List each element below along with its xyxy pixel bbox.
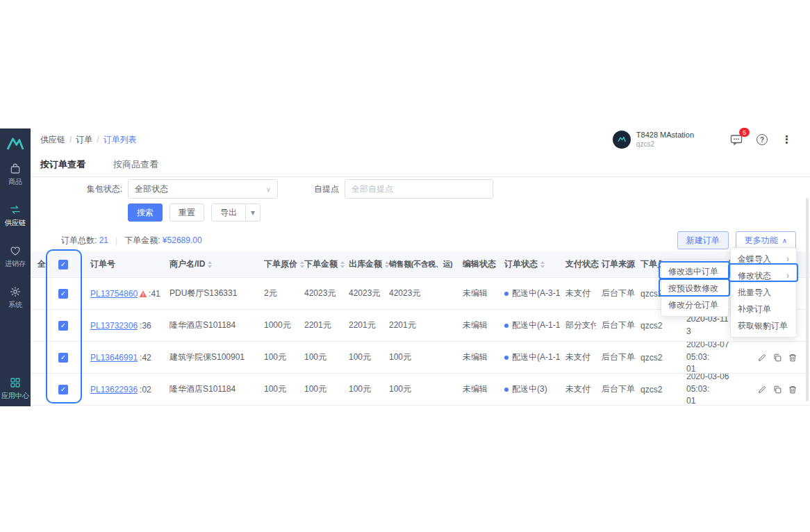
order-number-link[interactable]: PL13754860: [90, 289, 138, 299]
order-count-summary: 订单总数: 21: [61, 235, 108, 247]
order-no-cell: PL13646991:42: [86, 342, 164, 373]
order-amount-summary: 下单金额: ¥52689.00: [124, 235, 201, 247]
export-button[interactable]: 导出: [211, 203, 246, 222]
row-checkbox[interactable]: ✓: [58, 353, 68, 363]
search-button[interactable]: 搜索: [128, 203, 163, 222]
order-number-link[interactable]: PL13732306: [90, 321, 138, 331]
table-row-3: ✓PL13646991:42建筑学院倮S100901100元100元100元10…: [31, 342, 810, 374]
user-subname: qzcs2: [636, 140, 694, 149]
delete-icon[interactable]: [788, 353, 797, 363]
sidebar-nav: 商品供应链进销存系统应用中心: [0, 163, 31, 406]
tab-1[interactable]: 按订单查看: [40, 156, 85, 176]
submenu-item-1[interactable]: 修改选中订单: [661, 263, 728, 280]
package-status-label: 集包状态:: [40, 183, 122, 195]
col-header-order_source: 订单来源: [596, 251, 635, 277]
submenu-arrow-icon: ›: [786, 254, 789, 264]
pickup-point-input[interactable]: [345, 179, 493, 199]
sort-icon[interactable]: [208, 261, 212, 268]
edit-status-cell: 未编辑: [457, 278, 499, 309]
package-status-select[interactable]: 全部状态 ∨: [128, 179, 278, 199]
new-order-button[interactable]: 新建订单: [677, 231, 729, 249]
sidebar-item-1[interactable]: 商品: [8, 163, 22, 187]
summary-row: 订单总数: 21 | 下单金额: ¥52689.00 新建订单 更多功能 ∧: [31, 231, 810, 249]
breadcrumb-item-1[interactable]: 供应链: [40, 134, 65, 146]
select-all-checkbox[interactable]: ✓: [58, 260, 68, 269]
order-source-cell: 后台下单: [596, 374, 635, 405]
reset-button[interactable]: 重置: [170, 203, 204, 222]
row-checkbox[interactable]: ✓: [58, 289, 68, 299]
submenu-item-2[interactable]: 按预设数修改: [661, 280, 728, 297]
more-menu-item-5[interactable]: 获取银豹订单: [731, 317, 796, 334]
help-button[interactable]: ?: [757, 134, 768, 145]
export-dropdown-button[interactable]: ▾: [246, 203, 261, 222]
view-tabs: 按订单查看按商品查看: [31, 156, 810, 177]
breadcrumb-separator: /: [97, 135, 99, 144]
sort-icon[interactable]: [540, 261, 545, 268]
submenu-item-3[interactable]: 修改分仓订单: [661, 297, 728, 313]
row-checkbox[interactable]: ✓: [58, 385, 68, 394]
edit-status-cell: 未编辑: [457, 342, 499, 373]
sidebar-item-3[interactable]: 进销存: [5, 244, 26, 269]
filter-row: 集包状态: 全部状态 ∨ 自提点: [31, 179, 810, 199]
clerk-cell: qzcs2: [635, 374, 681, 405]
row-checkbox[interactable]: ✓: [58, 321, 68, 331]
breadcrumb: 供应链/订单/订单列表: [40, 134, 137, 146]
system-icon: [9, 285, 22, 298]
action-button-row: 搜索 重置 导出 ▾: [128, 203, 810, 222]
caret-down-icon: ▾: [251, 208, 255, 217]
edit-icon[interactable]: [757, 353, 767, 363]
sidebar-item-4[interactable]: 系统: [8, 285, 22, 310]
row-checkbox-cell: ✓: [31, 374, 86, 405]
breadcrumb-item-3[interactable]: 订单列表: [104, 134, 137, 146]
edit-status-cell: 未编辑: [457, 374, 499, 405]
outbound-amount-cell: 2201元: [343, 310, 383, 341]
order-amount-cell: 100元: [299, 342, 343, 373]
original-price-cell: 2元: [258, 278, 299, 309]
time-fragment: :02: [140, 385, 151, 394]
more-menu-item-3[interactable]: 批量导入: [731, 284, 796, 301]
delete-icon[interactable]: [788, 385, 797, 394]
sidebar-item-2[interactable]: 供应链: [5, 203, 26, 228]
col-header-original_price[interactable]: 下单原价: [258, 251, 299, 277]
time-fragment: :41: [149, 289, 160, 299]
original-price-cell: 1000元: [258, 310, 299, 341]
order-amount-cell: 100元: [299, 374, 343, 405]
order-number-link[interactable]: PL13622936: [90, 385, 138, 394]
more-options-button[interactable]: ⋮: [782, 133, 792, 146]
order-status-cell: 配送中(A-3-1): [499, 278, 560, 309]
messages-button[interactable]: 5: [730, 133, 743, 146]
col-header-outbound_amount[interactable]: 出库金额: [343, 251, 383, 277]
question-mark-icon: ?: [757, 134, 768, 145]
col-header-order_status[interactable]: 订单状态: [499, 251, 560, 277]
vertical-scrollbar[interactable]: [806, 198, 809, 401]
order-number-link[interactable]: PL13646991: [90, 353, 138, 363]
more-menu-item-2[interactable]: 修改状态›: [731, 267, 796, 284]
more-menu-item-1[interactable]: 金蝶导入›: [731, 251, 796, 267]
user-account[interactable]: T8428 MAstation qzcs2: [613, 131, 694, 149]
col-header-order_amount[interactable]: 下单金额: [299, 251, 343, 277]
breadcrumb-separator: /: [69, 135, 72, 144]
more-menu-item-4[interactable]: 补录订单: [731, 301, 796, 317]
col-header-merchant[interactable]: 商户名/ID: [164, 251, 258, 277]
pay-status-cell: 部分支付: [560, 310, 596, 341]
table-row-4: ✓PL13622936:02隆华酒店S101184100元100元100元100…: [31, 374, 810, 406]
breadcrumb-item-2[interactable]: 订单: [76, 134, 92, 146]
copy-icon[interactable]: [772, 353, 782, 363]
tab-2[interactable]: 按商品查看: [113, 156, 158, 176]
sales-amount-cell: 2201元: [383, 310, 457, 341]
row-actions-cell: [752, 342, 810, 373]
order-source-cell: 后台下单: [596, 310, 635, 341]
pay-status-cell: 未支付: [560, 374, 596, 405]
order-amount-cell: 2201元: [299, 310, 343, 341]
app-window: 商品供应链进销存系统应用中心 供应链/订单/订单列表 T8428 MAstati…: [0, 128, 810, 406]
pay-status-cell: 未支付: [560, 342, 596, 373]
order-amount-value: ¥52689.00: [163, 235, 202, 245]
copy-icon[interactable]: [772, 385, 782, 394]
order-source-cell: 后台下单: [596, 342, 635, 373]
app-logo-icon[interactable]: [6, 135, 25, 151]
summary-divider: |: [115, 235, 117, 245]
row-checkbox-cell: ✓: [31, 278, 86, 309]
edit-icon[interactable]: [757, 385, 767, 394]
modify-status-submenu: 修改选中订单按预设数修改修改分仓订单: [661, 260, 729, 317]
sidebar-item-5[interactable]: 应用中心: [1, 376, 29, 401]
